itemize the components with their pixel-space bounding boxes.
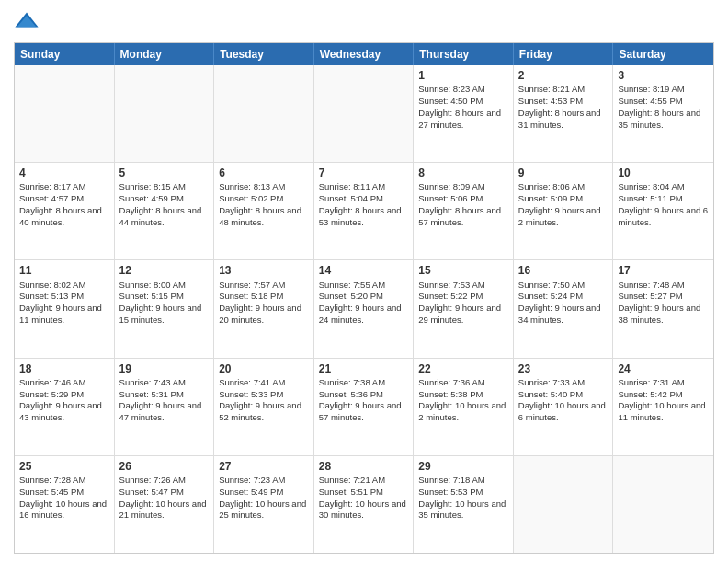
day-number: 20: [219, 362, 309, 376]
day-number: 7: [319, 166, 409, 180]
day-info: Sunrise: 8:17 AM: [19, 181, 109, 193]
day-cell-9: 9Sunrise: 8:06 AMSunset: 5:09 PMDaylight…: [514, 163, 614, 259]
empty-cell: [613, 456, 713, 553]
day-info: Sunset: 5:04 PM: [319, 193, 409, 205]
day-cell-2: 2Sunrise: 8:21 AMSunset: 4:53 PMDaylight…: [514, 65, 614, 162]
day-cell-17: 17Sunrise: 7:48 AMSunset: 5:27 PMDayligh…: [613, 260, 713, 357]
day-info: Daylight: 10 hours and 11 minutes.: [618, 400, 709, 424]
day-info: Daylight: 9 hours and 29 minutes.: [418, 303, 508, 327]
day-header-thursday: Thursday: [414, 43, 514, 65]
day-cell-16: 16Sunrise: 7:50 AMSunset: 5:24 PMDayligh…: [514, 260, 614, 357]
day-info: Daylight: 8 hours and 44 minutes.: [119, 205, 210, 229]
day-number: 21: [319, 362, 409, 376]
day-info: Sunset: 5:36 PM: [319, 389, 409, 401]
day-info: Sunrise: 8:00 AM: [119, 280, 210, 292]
day-info: Daylight: 9 hours and 24 minutes.: [319, 303, 409, 327]
calendar: SundayMondayTuesdayWednesdayThursdayFrid…: [14, 42, 714, 554]
day-cell-19: 19Sunrise: 7:43 AMSunset: 5:31 PMDayligh…: [115, 359, 215, 455]
day-info: Sunset: 5:49 PM: [219, 487, 309, 499]
day-number: 17: [618, 263, 709, 278]
day-number: 6: [219, 166, 309, 180]
calendar-week-1: 1Sunrise: 8:23 AMSunset: 4:50 PMDaylight…: [15, 65, 713, 163]
page: SundayMondayTuesdayWednesdayThursdayFrid…: [0, 0, 728, 563]
day-cell-4: 4Sunrise: 8:17 AMSunset: 4:57 PMDaylight…: [15, 163, 115, 259]
day-info: Daylight: 10 hours and 25 minutes.: [219, 499, 309, 523]
day-info: Daylight: 8 hours and 53 minutes.: [319, 205, 409, 229]
day-info: Sunset: 5:31 PM: [119, 389, 210, 401]
day-info: Daylight: 9 hours and 20 minutes.: [219, 303, 309, 327]
day-info: Sunrise: 7:41 AM: [219, 377, 309, 389]
day-info: Sunrise: 8:11 AM: [319, 181, 409, 193]
calendar-header: SundayMondayTuesdayWednesdayThursdayFrid…: [15, 43, 713, 65]
day-header-saturday: Saturday: [613, 43, 713, 65]
logo: [14, 9, 43, 35]
day-cell-18: 18Sunrise: 7:46 AMSunset: 5:29 PMDayligh…: [15, 359, 115, 455]
day-number: 25: [19, 459, 109, 474]
day-header-friday: Friday: [514, 43, 614, 65]
day-number: 10: [618, 166, 709, 180]
day-header-wednesday: Wednesday: [314, 43, 415, 65]
day-cell-13: 13Sunrise: 7:57 AMSunset: 5:18 PMDayligh…: [214, 260, 314, 357]
day-info: Daylight: 9 hours and 47 minutes.: [119, 400, 210, 424]
day-info: Sunset: 4:50 PM: [418, 96, 508, 108]
empty-cell: [115, 65, 215, 162]
day-cell-10: 10Sunrise: 8:04 AMSunset: 5:11 PMDayligh…: [613, 163, 713, 259]
day-number: 15: [418, 263, 508, 278]
day-info: Daylight: 10 hours and 6 minutes.: [518, 400, 609, 424]
day-number: 14: [319, 263, 409, 278]
day-cell-20: 20Sunrise: 7:41 AMSunset: 5:33 PMDayligh…: [214, 359, 314, 455]
empty-cell: [214, 65, 314, 162]
day-info: Daylight: 10 hours and 16 minutes.: [19, 499, 109, 523]
day-info: Sunrise: 7:36 AM: [418, 377, 508, 389]
day-info: Sunrise: 7:46 AM: [19, 377, 109, 389]
empty-cell: [314, 65, 415, 162]
day-cell-21: 21Sunrise: 7:38 AMSunset: 5:36 PMDayligh…: [314, 359, 415, 455]
calendar-week-3: 11Sunrise: 8:02 AMSunset: 5:13 PMDayligh…: [15, 260, 713, 358]
day-header-tuesday: Tuesday: [214, 43, 314, 65]
day-info: Daylight: 8 hours and 27 minutes.: [418, 108, 508, 132]
calendar-week-4: 18Sunrise: 7:46 AMSunset: 5:29 PMDayligh…: [15, 359, 713, 456]
calendar-body: 1Sunrise: 8:23 AMSunset: 4:50 PMDaylight…: [15, 65, 713, 553]
day-info: Sunrise: 7:43 AM: [119, 377, 210, 389]
day-info: Sunset: 5:45 PM: [19, 487, 109, 499]
day-number: 8: [418, 166, 508, 180]
day-number: 18: [19, 362, 109, 376]
day-cell-12: 12Sunrise: 8:00 AMSunset: 5:15 PMDayligh…: [115, 260, 215, 357]
day-cell-27: 27Sunrise: 7:23 AMSunset: 5:49 PMDayligh…: [214, 456, 314, 553]
day-info: Sunrise: 8:15 AM: [119, 181, 210, 193]
header: [14, 9, 714, 35]
day-number: 11: [19, 263, 109, 278]
day-cell-26: 26Sunrise: 7:26 AMSunset: 5:47 PMDayligh…: [115, 456, 215, 553]
day-info: Sunrise: 7:21 AM: [319, 475, 409, 487]
day-info: Sunrise: 7:57 AM: [219, 280, 309, 292]
logo-icon: [14, 9, 40, 35]
day-info: Daylight: 10 hours and 35 minutes.: [418, 499, 508, 523]
day-cell-15: 15Sunrise: 7:53 AMSunset: 5:22 PMDayligh…: [414, 260, 514, 357]
day-cell-25: 25Sunrise: 7:28 AMSunset: 5:45 PMDayligh…: [15, 456, 115, 553]
day-info: Sunset: 5:22 PM: [418, 291, 508, 303]
day-info: Daylight: 8 hours and 57 minutes.: [418, 205, 508, 229]
day-info: Daylight: 9 hours and 34 minutes.: [518, 303, 609, 327]
day-info: Daylight: 9 hours and 11 minutes.: [19, 303, 109, 327]
day-cell-14: 14Sunrise: 7:55 AMSunset: 5:20 PMDayligh…: [314, 260, 415, 357]
day-info: Sunrise: 8:04 AM: [618, 181, 709, 193]
day-info: Sunrise: 7:33 AM: [518, 377, 609, 389]
day-info: Daylight: 9 hours and 52 minutes.: [219, 400, 309, 424]
day-info: Daylight: 9 hours and 2 minutes.: [518, 205, 609, 229]
day-info: Sunrise: 8:13 AM: [219, 181, 309, 193]
day-info: Sunrise: 7:18 AM: [418, 475, 508, 487]
day-number: 22: [418, 362, 508, 376]
day-info: Sunset: 5:20 PM: [319, 291, 409, 303]
day-info: Sunset: 4:57 PM: [19, 193, 109, 205]
day-info: Sunrise: 7:48 AM: [618, 280, 709, 292]
day-info: Sunset: 5:02 PM: [219, 193, 309, 205]
day-info: Daylight: 9 hours and 15 minutes.: [119, 303, 210, 327]
day-cell-7: 7Sunrise: 8:11 AMSunset: 5:04 PMDaylight…: [314, 163, 415, 259]
day-number: 1: [418, 68, 508, 83]
day-info: Sunrise: 8:09 AM: [418, 181, 508, 193]
day-cell-29: 29Sunrise: 7:18 AMSunset: 5:53 PMDayligh…: [414, 456, 514, 553]
day-number: 19: [119, 362, 210, 376]
day-cell-28: 28Sunrise: 7:21 AMSunset: 5:51 PMDayligh…: [314, 456, 415, 553]
day-cell-23: 23Sunrise: 7:33 AMSunset: 5:40 PMDayligh…: [514, 359, 614, 455]
day-cell-11: 11Sunrise: 8:02 AMSunset: 5:13 PMDayligh…: [15, 260, 115, 357]
